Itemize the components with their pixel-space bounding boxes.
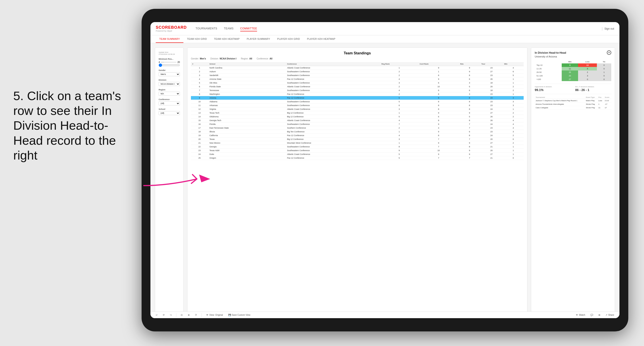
division-select[interactable]: NCAA Division I [158,82,180,86]
table-row[interactable]: 22 Georgia Southeastern Conference 8 7 8… [191,145,524,149]
instruction-arrow [142,172,217,191]
tournament-col-type: Event Type [585,96,598,99]
watch-button[interactable]: 👁 Watch [574,313,587,317]
table-row[interactable]: 6 Florida State Atlantic Coast Conferenc… [191,85,524,89]
table-row[interactable]: 3 Vanderbilt Southeastern Conference 2 8… [191,74,524,77]
tournament-row: Arizona Thunderbirds Intercollegiate Str… [535,103,611,106]
table-row[interactable]: 19 California Pac-12 Conference 4 8 8 24… [191,134,524,138]
nav-committee[interactable]: COMMITTEE [240,26,257,31]
table-row[interactable]: 16 Florida Southeastern Conference 7 9 7… [191,122,524,126]
tournament-row: Jackson T. Stephens Cup Men's Match-Play… [535,99,611,103]
subnav-player-h2h-heatmap[interactable]: PLAYER H2H HEATMAP [304,35,339,43]
col-conf-rank: Conf Rank [418,62,459,66]
clock-button[interactable]: ⏱ [193,313,199,317]
table-row[interactable]: 2 Auburn Southeastern Conference 2 1 9 2… [191,70,524,74]
nav-tournaments[interactable]: TOURNAMENTS [196,26,217,31]
table-row[interactable]: 18 Illinois Big Ten Conference 1 9 6 23 … [191,130,524,134]
table-row[interactable]: 4 Arizona State Pac-12 Conference 4 9 6 … [191,77,524,81]
table-row[interactable]: 17 East Tennessee State Southern Confere… [191,126,524,130]
school-select[interactable]: (All) [158,111,180,115]
table-row[interactable]: 13 Texas Tech Big 12 Conference 1 9 9 27… [191,111,524,115]
clock-icon: ⏱ [195,314,197,316]
table-row[interactable]: 23 Texas A&M Southeastern Conference 9 1… [191,149,524,153]
undo-button[interactable]: ↩ [154,313,159,317]
subnav-team-h2h-grid[interactable]: TEAM H2H GRID [184,35,210,43]
nav-teams[interactable]: TEAMS [224,26,234,31]
history-icon: ⊕ [188,314,190,316]
table-row[interactable]: 9 Arizona Pac-12 Conference 5 8 8 23 3 [191,96,524,100]
logo-title: SCOREBOARD [156,25,187,30]
standings-table: # School Conference Reg Rank Conf Rank R… [191,62,524,160]
grid-icon: ⊞ [598,314,600,316]
region-select[interactable]: N/A [158,92,180,96]
h2h-col-win: Win [562,60,578,63]
tournament-col-pos: Pos [598,96,604,99]
sign-out-link[interactable]: Sign out [604,27,614,30]
redo-icon: ↪ [170,314,172,316]
col-num: # [191,62,208,66]
conference-select[interactable]: (All) [158,101,180,105]
h2h-title: In Division Head-to-Head [535,51,566,54]
subnav-team-h2h-heatmap[interactable]: TEAM H2H HEATMAP [210,35,243,43]
filter-division: Division NCAA Division I [158,79,180,86]
comment-button[interactable]: 💬 [589,313,595,317]
table-row[interactable]: 10 Alabama Southeastern Conference 5 8 8… [191,100,524,104]
table-row[interactable]: 25 Oregon Pac-12 Conference 5 7 7 21 0 [191,156,524,160]
table-row[interactable]: 20 Texas Big 12 Conference 3 7 7 20 0 [191,138,524,141]
sub-navigation: TEAM SUMMARY TEAM H2H GRID TEAM H2H HEAT… [150,35,620,43]
view-original-button[interactable]: 👁 View: Original [204,313,225,317]
main-content: Update time: 27/03/2024 16:56:26 Minimum… [150,43,620,318]
tablet-device: SCOREBOARD Powered by clippd TOURNAMENTS… [142,9,628,332]
grid-button[interactable]: ⊞ [597,313,602,317]
col-school: School [208,62,286,66]
table-row[interactable]: 15 Georgia Tech Atlantic Coast Conferenc… [191,119,524,122]
top-nav-links: TOURNAMENTS TEAMS COMMITTEE [196,26,602,31]
standings-filters: Gender: Men's Division: NCAA Division I … [191,57,524,60]
col-conference: Conference [286,62,380,66]
table-row[interactable]: 12 Virginia Atlantic Coast Conference 3 … [191,107,524,111]
rounds-range-input[interactable] [158,64,180,66]
share-button[interactable]: ↗ Share [604,313,616,317]
history-button[interactable]: ⊕ [186,313,191,317]
filter-conference: Conference (All) [158,98,180,105]
standings-panel: Team Standings Gender: Men's Division: N… [187,47,528,314]
table-row[interactable]: 21 New Mexico Mountain West Conference 1… [191,141,524,145]
crop-icon: ⊡ [181,314,182,316]
h2h-col-loss: Loss [578,60,597,63]
eye-icon: 👁 [206,314,208,316]
tournament-row: Cabo Collegiate Stroke Play 11 17 [535,106,611,110]
undo-icon: ↩ [156,314,158,316]
subnav-player-h2h-grid[interactable]: PLAYER H2H GRID [274,35,304,43]
rounds-slider[interactable]: 4 20 [158,61,180,63]
bottom-toolbar: ↩ ⟳ ↪ ⊡ ⊕ ⏱ [150,312,620,318]
gender-select[interactable]: Men's [158,72,180,76]
table-row[interactable]: 5 Ole Miss Southeastern Conference 3 6 3… [191,81,524,85]
logo-subtitle: Powered by clippd [156,30,187,32]
table-row[interactable]: 7 Tennessee Southeastern Conference 4 6 … [191,89,524,92]
h2h-col-tie: Tie [597,60,611,63]
h2h-table-row: >100 27 0 0 [535,78,611,81]
table-row[interactable]: 11 Arkansas Southeastern Conference 6 8 … [191,104,524,107]
svg-marker-0 [199,174,210,182]
scoreboard-content: Update time: 27/03/2024 16:56:26 Minimum… [150,43,620,318]
subnav-team-summary[interactable]: TEAM SUMMARY [156,35,184,43]
logo: SCOREBOARD Powered by clippd [156,25,187,32]
subnav-player-summary[interactable]: PLAYER SUMMARY [243,35,274,43]
h2h-panel: In Division Head-to-Head University of A… [531,47,615,314]
tablet-screen: SCOREBOARD Powered by clippd TOURNAMENTS… [150,22,620,318]
h2h-close-button[interactable]: ✕ [607,50,611,55]
h2h-team: University of Arizona [535,55,566,58]
h2h-wlt-stat: W-L-T record in-division: 86 - 26 - 1 [575,86,611,92]
sync-button[interactable]: ⟳ [161,313,166,317]
table-row[interactable]: 1 North Carolina Atlantic Coast Conferen… [191,66,524,70]
share-icon: ↗ [606,314,607,316]
filter-minimum-rounds: Minimum Rou... 4 20 [158,58,180,66]
h2h-table: Win Loss Tie Top 10 3 13 0 11-25 11 8 0 [535,60,611,81]
crop-button[interactable]: ⊡ [179,313,184,317]
filter-school: School (All) [158,108,180,115]
redo-button[interactable]: ↪ [168,313,174,317]
table-row[interactable]: 24 Duke Atlantic Coast Conference 5 9 9 … [191,153,524,156]
save-custom-view-button[interactable]: 💾 Save Custom View [226,313,252,317]
table-row[interactable]: 8 Washington Pac-12 Conference 2 8 3 23 … [191,92,524,96]
table-row[interactable]: 14 Oklahoma Big 12 Conference 5 6 5 26 2 [191,115,524,119]
